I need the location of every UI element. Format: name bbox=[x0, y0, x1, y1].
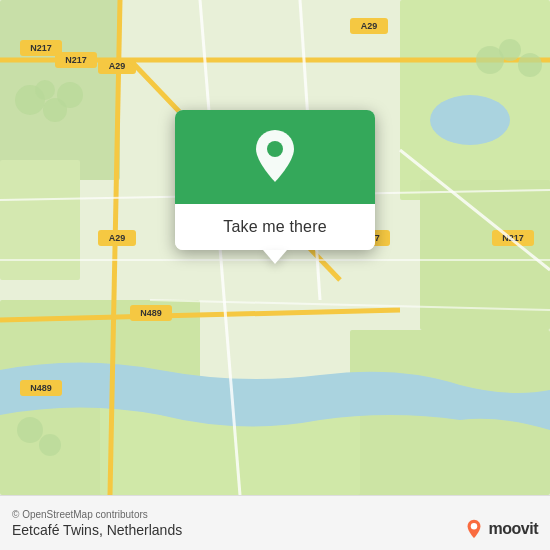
copyright-text: © OpenStreetMap contributors bbox=[12, 509, 538, 520]
place-name: Eetcafé Twins, Netherlands bbox=[12, 522, 538, 538]
svg-text:A29: A29 bbox=[109, 61, 126, 71]
moovit-label: moovit bbox=[489, 520, 538, 538]
svg-point-44 bbox=[17, 417, 43, 443]
svg-rect-2 bbox=[0, 160, 80, 280]
location-pin-icon bbox=[251, 128, 299, 186]
popup-green-area bbox=[175, 110, 375, 204]
svg-text:A29: A29 bbox=[361, 21, 378, 31]
take-me-there-button[interactable]: Take me there bbox=[175, 204, 375, 250]
svg-point-45 bbox=[39, 434, 61, 456]
svg-text:N489: N489 bbox=[30, 383, 52, 393]
svg-text:N489: N489 bbox=[140, 308, 162, 318]
svg-text:N217: N217 bbox=[65, 55, 87, 65]
svg-point-39 bbox=[35, 80, 55, 100]
svg-point-43 bbox=[518, 53, 542, 77]
svg-point-46 bbox=[267, 141, 283, 157]
map-container: N217 A29 A29 N217 N217 N217 A29 N489 N48… bbox=[0, 0, 550, 495]
popup-tail bbox=[263, 250, 287, 264]
moovit-logo: moovit bbox=[463, 518, 538, 540]
svg-point-8 bbox=[430, 95, 510, 145]
svg-point-40 bbox=[57, 82, 83, 108]
svg-point-42 bbox=[499, 39, 521, 61]
svg-text:N217: N217 bbox=[30, 43, 52, 53]
bottom-bar: © OpenStreetMap contributors Eetcafé Twi… bbox=[0, 495, 550, 550]
moovit-pin-icon bbox=[463, 518, 485, 540]
popup-card: Take me there bbox=[175, 110, 375, 250]
svg-point-47 bbox=[470, 523, 476, 529]
svg-text:A29: A29 bbox=[109, 233, 126, 243]
